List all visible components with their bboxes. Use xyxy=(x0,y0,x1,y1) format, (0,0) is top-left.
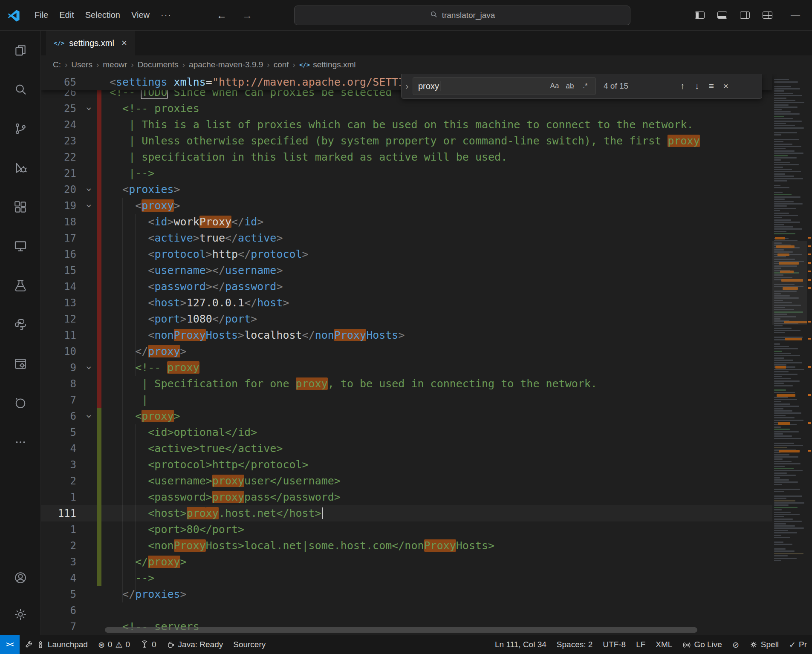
status-sync-off[interactable]: ⊘ xyxy=(727,635,744,654)
menu-view[interactable]: View xyxy=(126,8,155,23)
line-number[interactable]: 2 xyxy=(41,538,81,554)
line-number[interactable]: 3 xyxy=(41,457,81,473)
activity-source-control-icon[interactable] xyxy=(0,109,40,148)
line-number[interactable]: 6 xyxy=(41,602,81,619)
code-line[interactable]: 5 </proxies> xyxy=(41,586,772,602)
layout-primary-sidebar-icon[interactable] xyxy=(688,12,711,19)
line-number[interactable]: 16 xyxy=(41,246,81,262)
code-line[interactable]: 5 <id>optional</id> xyxy=(41,424,772,441)
find-previous-icon[interactable]: ↑ xyxy=(675,79,690,93)
line-number[interactable]: 10 xyxy=(41,343,81,360)
command-center-search[interactable]: translator_java xyxy=(294,6,630,25)
forward-icon[interactable]: → xyxy=(242,9,252,21)
status-java-status[interactable]: Java: Ready xyxy=(162,635,228,654)
line-number[interactable]: 1 xyxy=(41,489,81,505)
whole-word-icon[interactable]: ab xyxy=(562,79,578,93)
activity-testing-icon[interactable] xyxy=(0,266,40,305)
line-number[interactable]: 4 xyxy=(41,441,81,457)
layout-secondary-sidebar-icon[interactable] xyxy=(734,12,756,19)
code-line[interactable]: 8 | Specification for one proxy, to be u… xyxy=(41,376,772,392)
code-line[interactable]: 19› <proxy> xyxy=(41,198,772,214)
status-problems[interactable]: ⊗0⚠0 xyxy=(93,635,135,654)
fold-chevron-down-icon[interactable]: › xyxy=(81,198,97,214)
tab-settings-xml[interactable]: </> settings.xml × xyxy=(46,31,135,55)
line-number[interactable]: 2 xyxy=(41,473,81,489)
menu-edit[interactable]: Edit xyxy=(54,8,79,23)
breadcrumb-item[interactable]: C: xyxy=(53,60,61,69)
code-line[interactable]: 13 <host>127.0.0.1</host> xyxy=(41,295,772,311)
line-number[interactable]: 19 xyxy=(41,198,81,214)
line-number[interactable]: 14 xyxy=(41,279,81,295)
code-line[interactable]: 6 xyxy=(41,602,772,619)
line-number[interactable]: 5 xyxy=(41,586,81,602)
status-ports[interactable]: 0 xyxy=(135,635,162,654)
line-number[interactable]: 18 xyxy=(41,214,81,230)
code-line[interactable]: 16 <protocol>http</protocol> xyxy=(41,246,772,262)
activity-jupyter-icon[interactable] xyxy=(0,383,40,423)
activity-python-icon[interactable] xyxy=(0,305,40,344)
line-number[interactable]: 5 xyxy=(41,424,81,441)
line-number[interactable]: 23 xyxy=(41,133,81,149)
line-number[interactable]: 24 xyxy=(41,117,81,133)
find-in-selection-icon[interactable]: ≡ xyxy=(704,79,719,93)
layout-customize-icon[interactable] xyxy=(756,12,779,19)
activity-remote-explorer-icon[interactable] xyxy=(0,227,40,266)
line-number[interactable]: 21 xyxy=(41,165,81,182)
layout-panel-icon[interactable] xyxy=(711,12,734,19)
code-line[interactable]: 14 <password></password> xyxy=(41,279,772,295)
status-eol[interactable]: LF xyxy=(631,635,650,654)
line-number[interactable]: 6 xyxy=(41,408,81,424)
breadcrumb-file[interactable]: </>settings.xml xyxy=(299,60,356,69)
activity-explorer-icon[interactable] xyxy=(0,31,40,70)
fold-chevron-down-icon[interactable]: › xyxy=(81,101,97,117)
tab-close-icon[interactable]: × xyxy=(121,37,127,49)
line-number[interactable]: 9 xyxy=(41,360,81,376)
status-prettier[interactable]: ✓Pr xyxy=(784,635,812,654)
code-line[interactable]: 18 <id>workProxy</id> xyxy=(41,214,772,230)
status-sourcery[interactable]: Sourcery xyxy=(228,635,271,654)
status-indentation[interactable]: Spaces: 2 xyxy=(552,635,598,654)
status-go-live[interactable]: Go Live xyxy=(677,635,727,654)
code-line[interactable]: 23 | Unless otherwise specified (by syst… xyxy=(41,133,772,149)
line-number[interactable]: 11 xyxy=(41,327,81,343)
line-number[interactable]: 65 xyxy=(41,74,81,90)
activity-more-icon[interactable] xyxy=(0,423,40,462)
back-icon[interactable]: ← xyxy=(217,9,227,21)
code-line[interactable]: 10 </proxy> xyxy=(41,343,772,360)
menu-more-icon[interactable]: ··· xyxy=(155,8,177,23)
status-remote-indicator[interactable]: >< xyxy=(0,635,20,654)
overview-ruler[interactable] xyxy=(807,74,812,635)
code-line[interactable]: 4 --> xyxy=(41,570,772,586)
code-line[interactable]: 3 </proxy> xyxy=(41,554,772,570)
code-line[interactable]: 111 <host>proxy.host.net</host> xyxy=(41,505,772,521)
code-line[interactable]: 2 <nonProxyHosts>local.net|some.host.com… xyxy=(41,538,772,554)
minimize-icon[interactable]: — xyxy=(779,10,812,21)
code-line[interactable]: 20› <proxies> xyxy=(41,182,772,198)
line-number[interactable]: 25 xyxy=(41,101,81,117)
code-line[interactable]: 1 <password>proxypass</password> xyxy=(41,489,772,505)
code-line[interactable]: 12 <port>1080</port> xyxy=(41,311,772,327)
line-number[interactable]: 15 xyxy=(41,262,81,279)
code-line[interactable]: 9› <!-- proxy xyxy=(41,360,772,376)
fold-chevron-down-icon[interactable]: › xyxy=(81,182,97,198)
status-launchpad[interactable]: Launchpad xyxy=(20,635,93,654)
line-number[interactable]: 1 xyxy=(41,521,81,538)
fold-chevron-down-icon[interactable]: › xyxy=(81,360,97,376)
code-area[interactable]: 26<!-- TODO Since when can proxies be se… xyxy=(41,84,772,635)
find-input[interactable]: proxy Aa ab .* xyxy=(413,77,596,95)
line-number[interactable]: 111 xyxy=(41,505,81,521)
breadcrumb-item[interactable]: conf xyxy=(274,60,289,69)
line-number[interactable]: 7 xyxy=(41,619,81,635)
code-line[interactable]: 24 | This is a list of proxies which can… xyxy=(41,117,772,133)
activity-search-icon[interactable] xyxy=(0,70,40,109)
line-number[interactable]: 20 xyxy=(41,182,81,198)
code-line[interactable]: 22 | specification in this list marked a… xyxy=(41,149,772,165)
activity-extensions-icon[interactable] xyxy=(0,187,40,227)
activity-account-icon[interactable] xyxy=(0,559,40,596)
line-number[interactable]: 4 xyxy=(41,570,81,586)
line-number[interactable]: 7 xyxy=(41,392,81,408)
status-encoding[interactable]: UTF-8 xyxy=(598,635,631,654)
menu-file[interactable]: File xyxy=(29,8,54,23)
status-cursor-position[interactable]: Ln 111, Col 34 xyxy=(490,635,552,654)
breadcrumb-item[interactable]: Documents xyxy=(138,60,179,69)
